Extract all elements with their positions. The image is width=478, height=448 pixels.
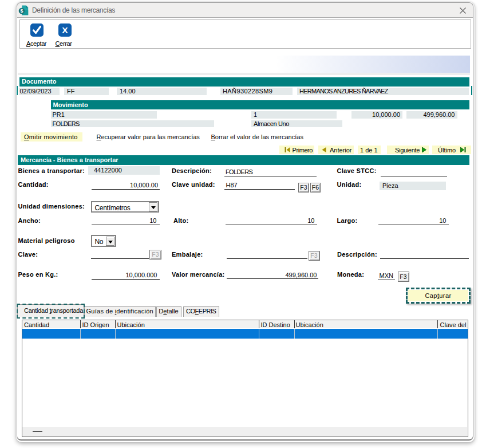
svg-text:X: X [62, 25, 68, 35]
svg-text:$: $ [20, 8, 23, 14]
